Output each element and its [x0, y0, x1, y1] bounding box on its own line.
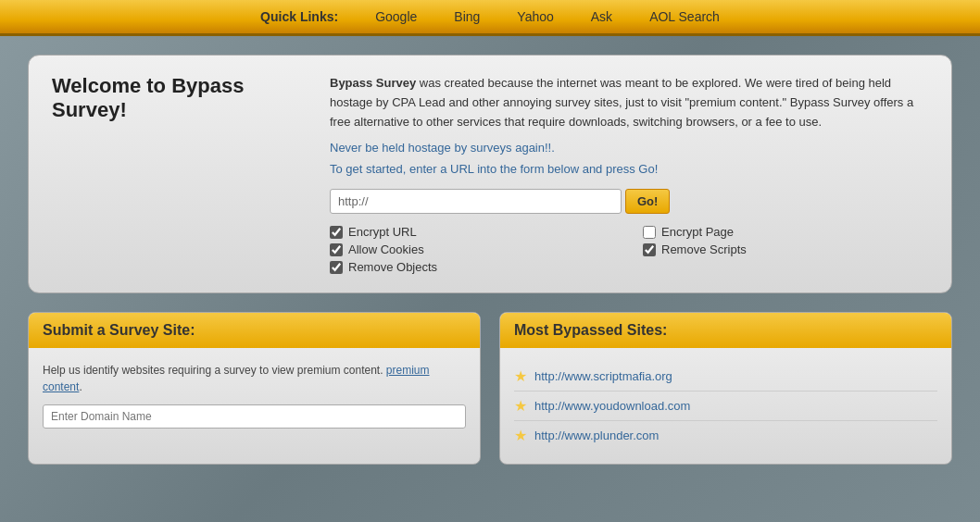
star-icon: ★: [514, 367, 527, 385]
welcome-cta: To get started, enter a URL into the for…: [330, 162, 928, 176]
allow-cookies-label: Allow Cookies: [348, 242, 424, 256]
allow-cookies-checkbox[interactable]: [330, 243, 343, 256]
submit-panel: Submit a Survey Site: Help us identify w…: [28, 312, 481, 465]
star-icon: ★: [514, 397, 527, 415]
bypassed-panel-header: Most Bypassed Sites:: [500, 313, 951, 348]
option-encrypt-url[interactable]: Encrypt URL: [330, 225, 615, 239]
option-encrypt-page[interactable]: Encrypt Page: [643, 225, 928, 239]
bypassed-panel: Most Bypassed Sites: ★ http://www.script…: [499, 312, 952, 465]
welcome-tagline: Never be held hostage by surveys again!!…: [330, 141, 928, 155]
nav-link-google[interactable]: Google: [375, 9, 417, 24]
encrypt-page-label: Encrypt Page: [661, 225, 734, 239]
options-grid: Encrypt URL Encrypt Page Allow Cookies R…: [330, 225, 928, 274]
submit-panel-header: Submit a Survey Site:: [29, 313, 480, 348]
domain-input[interactable]: [43, 404, 466, 429]
url-input-row: Go!: [330, 189, 928, 214]
option-remove-scripts[interactable]: Remove Scripts: [643, 242, 928, 256]
welcome-brand-name: Bypass Survey: [330, 76, 416, 90]
option-remove-objects[interactable]: Remove Objects: [330, 260, 615, 274]
bottom-panels: Submit a Survey Site: Help us identify w…: [28, 312, 952, 465]
welcome-title: Welcome to Bypass Survey!: [52, 74, 311, 122]
remove-scripts-label: Remove Scripts: [661, 242, 747, 256]
bypassed-site-link-1[interactable]: http://www.scriptmafia.org: [534, 369, 672, 383]
bypassed-site-link-3[interactable]: http://www.plunder.com: [534, 429, 659, 442]
remove-scripts-checkbox[interactable]: [643, 243, 656, 256]
remove-objects-checkbox[interactable]: [330, 261, 343, 274]
list-item: ★ http://www.plunder.com: [514, 421, 937, 450]
encrypt-url-checkbox[interactable]: [330, 226, 343, 239]
star-icon: ★: [514, 427, 527, 444]
quick-links-label: Quick Links:: [260, 9, 338, 24]
nav-link-ask[interactable]: Ask: [591, 9, 612, 24]
welcome-card: Welcome to Bypass Survey! Bypass Survey …: [28, 55, 952, 293]
welcome-description: Bypass Survey was created because the in…: [330, 74, 928, 131]
list-item: ★ http://www.scriptmafia.org: [514, 362, 937, 392]
encrypt-url-label: Encrypt URL: [348, 225, 417, 239]
nav-link-aol[interactable]: AOL Search: [649, 9, 720, 24]
list-item: ★ http://www.youdownload.com: [514, 392, 937, 421]
bypassed-sites-list: ★ http://www.scriptmafia.org ★ http://ww…: [514, 362, 937, 450]
encrypt-page-checkbox[interactable]: [643, 226, 656, 239]
welcome-description-rest: was created because the internet was mea…: [330, 76, 913, 129]
url-input[interactable]: [330, 189, 622, 214]
nav-link-bing[interactable]: Bing: [454, 9, 480, 24]
submit-panel-description: Help us identify websites requiring a su…: [43, 362, 466, 395]
top-navigation: Quick Links: Google Bing Yahoo Ask AOL S…: [0, 0, 980, 36]
nav-link-yahoo[interactable]: Yahoo: [517, 9, 553, 24]
bypassed-site-link-2[interactable]: http://www.youdownload.com: [534, 399, 690, 413]
remove-objects-label: Remove Objects: [348, 260, 437, 274]
go-button[interactable]: Go!: [625, 189, 670, 214]
option-allow-cookies[interactable]: Allow Cookies: [330, 242, 615, 256]
